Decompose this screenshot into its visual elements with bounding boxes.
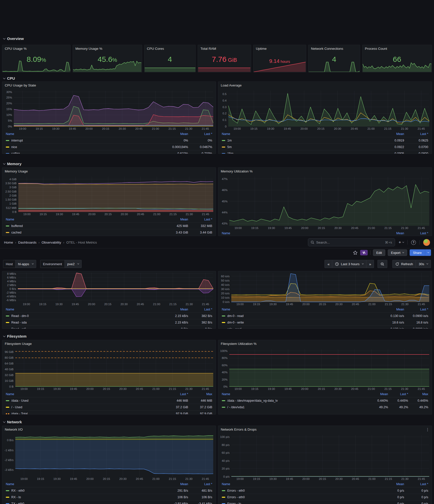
legend-column-header[interactable]: Last * <box>164 392 188 396</box>
load-average-chart[interactable]: 00.10.20.30.40.519:0019:1519:3019:4520:0… <box>218 89 432 131</box>
legend-column-header[interactable]: Mean <box>164 132 188 136</box>
filesystem-usage-chart[interactable]: 0 B16 GiB32 GiB48 GiB64 GiB80 GiB96 GiB1… <box>2 348 216 391</box>
legend-column-header[interactable]: Last * <box>188 308 212 311</box>
legend-column-header[interactable]: Last * <box>404 482 428 486</box>
breadcrumb-home[interactable]: Home <box>4 241 13 244</box>
disk-iops-chart[interactable]: 0 io/s10 io/s20 io/s30 io/s40 io/s50 io/… <box>218 271 432 306</box>
legend-column-header[interactable]: Mean <box>164 218 188 221</box>
legend-column-header[interactable]: Last * <box>188 482 212 486</box>
breadcrumb-dashboards[interactable]: Dashboards <box>18 241 36 244</box>
legend-name-column[interactable]: Name <box>222 308 380 311</box>
legend-series-label[interactable]: interrupt <box>6 139 164 142</box>
stat-title[interactable]: Memory Usage % <box>75 47 102 51</box>
legend-column-header[interactable]: Last * <box>404 308 428 311</box>
share-menu-button[interactable] <box>425 249 431 256</box>
section-header-network[interactable]: Network <box>0 419 434 425</box>
legend-column-header[interactable]: Last * <box>388 392 408 396</box>
legend-series-label[interactable]: RX - eth0 <box>6 489 164 492</box>
legend-column-header[interactable]: Last * <box>188 132 212 136</box>
legend-series-label[interactable]: 15m <box>222 152 380 154</box>
legend-column-header[interactable]: Last * <box>404 132 428 136</box>
time-shift-back-button[interactable]: « <box>324 260 332 268</box>
host-variable-select[interactable]: Host hl-apps <box>3 260 36 268</box>
legend-name-column[interactable]: Name <box>222 132 380 136</box>
legend-name-column[interactable]: Name <box>222 232 380 235</box>
stat-title[interactable]: CPU Usage % <box>5 47 27 51</box>
legend-series-label[interactable]: dm-0 - read <box>222 314 380 318</box>
stat-title[interactable]: Total RAM <box>200 47 216 51</box>
panel-title[interactable]: Network I/O <box>2 426 216 433</box>
legend-series-label[interactable]: /data - Total <box>6 412 164 415</box>
legend-column-header[interactable]: Max <box>188 392 212 396</box>
edit-button[interactable]: Edit <box>373 249 385 256</box>
legend-series-label[interactable]: Read - sr0 <box>6 327 164 329</box>
panel-title[interactable]: Network Errors & Drops <box>218 426 432 433</box>
network-errors-chart[interactable]: 0 p/s20 p/s40 p/s60 p/s80 p/s100 p/s19:0… <box>218 433 432 481</box>
panel-title[interactable]: Filesystem Usage <box>2 340 216 348</box>
legend-series-label[interactable]: / - Used <box>6 405 164 409</box>
legend-name-column[interactable]: Name <box>222 482 380 486</box>
environment-variable-select[interactable]: Environment pve2 <box>40 260 82 268</box>
panel-title[interactable]: Memory Usage <box>2 168 216 175</box>
panel-title[interactable]: CPU Usage by State <box>2 82 216 89</box>
memory-utilization-chart[interactable]: 43%44%45%46%47%19:0019:1519:3019:4520:00… <box>218 175 432 230</box>
legend-column-header[interactable]: Mean <box>380 308 404 311</box>
time-range-picker[interactable]: Last 3 hours <box>332 260 366 268</box>
user-avatar[interactable] <box>423 239 430 246</box>
refresh-button[interactable]: Refresh <box>392 260 416 268</box>
legend-column-header[interactable]: Mean <box>164 308 188 311</box>
legend-column-header[interactable]: Mean <box>164 482 188 486</box>
legend-column-header[interactable]: Max <box>408 392 428 396</box>
legend-name-column[interactable]: Name <box>6 392 164 396</box>
stat-title[interactable]: CPU Cores <box>147 47 164 51</box>
legend-column-header[interactable]: Last * <box>404 232 428 235</box>
legend-series-label[interactable]: /data - Used <box>6 399 164 402</box>
legend-series-label[interactable]: cached <box>6 231 164 234</box>
stat-title[interactable]: Network Connections <box>311 47 343 51</box>
legend-column-header[interactable]: Last * <box>188 218 212 221</box>
legend-column-header[interactable]: Mean <box>380 132 404 136</box>
legend-name-column[interactable]: Name <box>6 308 164 311</box>
zoom-out-button[interactable] <box>377 260 387 268</box>
disk-io-chart[interactable]: 8 MB/s6 MB/s4 MB/s2 MB/s0 B/s-2 MB/s-4 M… <box>2 271 216 306</box>
legend-series-label[interactable]: Errors - lo <box>222 502 380 504</box>
legend-column-header[interactable]: Mean <box>380 232 404 235</box>
filesystem-utilization-chart[interactable]: 0%20%40%60%80%100%19:0019:1519:3019:4520… <box>218 348 432 391</box>
panel-menu-icon[interactable]: ⋮ <box>426 427 429 432</box>
legend-series-label[interactable]: nice <box>6 145 164 149</box>
stat-title[interactable]: Process Count <box>365 47 387 51</box>
stat-title[interactable]: Uptime <box>256 47 267 51</box>
legend-series-label[interactable]: Read - sda <box>6 321 164 324</box>
panel-title[interactable]: Memory Utilization % <box>218 168 432 175</box>
star-icon[interactable] <box>353 250 358 255</box>
legend-series-label[interactable]: buffered <box>6 224 164 228</box>
legend-series-label[interactable]: RX - lo <box>6 495 164 499</box>
legend-series-label[interactable]: TX - eth0 <box>6 502 164 504</box>
time-shift-forward-button[interactable]: » <box>366 260 374 268</box>
section-header-overview[interactable]: Overview <box>0 35 434 42</box>
legend-series-label[interactable]: dm-0 - write <box>222 321 380 324</box>
network-io-chart[interactable]: 0 B/s-1 kB/s-2 kB/s-3 kB/s19:0019:1519:3… <box>2 433 216 481</box>
legend-name-column[interactable]: Name <box>6 482 164 486</box>
section-header-cpu[interactable]: CPU <box>0 75 434 81</box>
legend-series-label[interactable]: sda - read <box>222 327 380 329</box>
legend-series-label[interactable]: 1m <box>222 139 380 142</box>
export-button[interactable]: Export <box>388 249 407 256</box>
legend-name-column[interactable]: Name <box>6 132 164 136</box>
memory-usage-chart[interactable]: 0 B512 MiB1 GiB1.50 GiB2 GiB2.50 GiB3 Gi… <box>2 175 216 216</box>
legend-series-label[interactable]: /data - /dev/mapper/data_vg-data_lv <box>222 399 368 402</box>
breadcrumb-observability[interactable]: Observability <box>42 241 61 244</box>
section-header-filesystem[interactable]: Filesystem <box>0 333 434 339</box>
help-button[interactable]: ? <box>411 240 416 245</box>
legend-column-header[interactable]: Mean <box>380 482 404 486</box>
panel-title[interactable]: Filesystem Utilization % <box>218 340 432 348</box>
public-dashboard-button[interactable] <box>360 250 368 255</box>
legend-series-label[interactable]: 5m <box>222 145 380 149</box>
panel-title[interactable]: Load Average <box>218 82 432 89</box>
legend-column-header[interactable]: Mean <box>368 392 388 396</box>
search-input[interactable]: Search... ⌘+k <box>308 238 395 246</box>
legend-series-label[interactable]: softirq <box>6 152 164 154</box>
legend-series-label[interactable]: Errors - eth0 <box>222 495 380 499</box>
cpu-usage-by-state-chart[interactable]: 0%5%10%15%20%25%30%19:0019:1519:3019:452… <box>2 89 216 131</box>
share-button[interactable]: Share <box>410 249 425 256</box>
